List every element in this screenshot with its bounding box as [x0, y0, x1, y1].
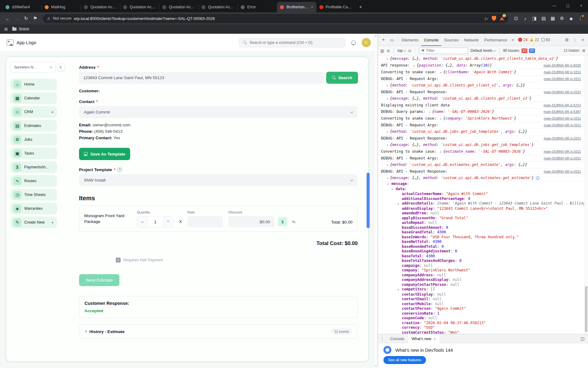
eye-icon[interactable]: ⊙ [408, 48, 411, 53]
object-preview[interactable]: {message: {…}, method: 'custom_ui.api.db… [390, 142, 534, 147]
sidebar-item[interactable]: ▤ Estimates [10, 120, 57, 132]
drawer-tab[interactable]: Console [386, 334, 408, 343]
source-link[interactable]: main-DUBNX-6R.js:3311 [541, 136, 581, 141]
expand-arrow-icon[interactable]: ▸ [387, 129, 388, 134]
console-errors-badge[interactable]: ×24 [518, 38, 527, 42]
object-preview[interactable]: {company: 'Sprinklers Northwest'} [443, 116, 516, 121]
browser-tab[interactable]: Quotation Accepted [120, 2, 159, 12]
browser-menu-icon[interactable]: ⋮ [576, 14, 585, 23]
expand-arrow-icon[interactable]: ▸ [440, 70, 442, 75]
source-link[interactable]: main-DUBNX-6R.js:3311 [541, 149, 581, 154]
info-icon[interactable]: i [536, 176, 540, 180]
quantity-increase-button[interactable] [163, 217, 173, 227]
close-window-button[interactable]: × [575, 0, 588, 11]
address-bar[interactable]: ⚠ Not secure erp.local:8000/clients?look… [43, 14, 508, 23]
sidebar-item[interactable]: ⌂ Home [10, 79, 57, 90]
context-selector[interactable]: top [398, 48, 405, 53]
devtools-tab[interactable]: Network [462, 34, 482, 46]
object-preview[interactable]: {message: {…}, method: 'custom_ui.api.db… [390, 96, 531, 101]
devtools-close-icon[interactable]: × [579, 36, 587, 44]
devtools-tab[interactable]: Elements [399, 34, 421, 46]
quantity-stepper[interactable] [137, 216, 174, 227]
scroll-up-icon[interactable]: ▲ [375, 34, 377, 37]
apps-grid-icon[interactable]: ⊞ [4, 27, 8, 32]
source-link[interactable]: main-DUBNX-6R.js:3311 [541, 156, 581, 161]
object-preview[interactable]: {method: 'custom_ui.api.db.clients.get_c… [390, 83, 525, 88]
devtools-settings-icon[interactable]: ⚙ [563, 36, 571, 44]
filter-input[interactable] [426, 48, 466, 53]
bookmark-flag-icon[interactable]: ⚑ [31, 14, 40, 23]
console-settings-icon[interactable]: ⚙ [582, 48, 586, 53]
contact-select[interactable]: Again Commit [79, 106, 358, 118]
source-link[interactable]: main-DUBNX-6R.js:3311 [541, 169, 581, 174]
browser-tab[interactable]: Brotherton ERPN × [277, 2, 316, 12]
security-warning-icon[interactable]: ⚠ [47, 16, 51, 21]
save-as-template-button[interactable]: Save As Template [79, 148, 130, 160]
expand-arrow-icon[interactable]: ▸ [387, 83, 388, 88]
browser-tab[interactable]: Error [238, 2, 277, 12]
add-icon[interactable]: + [51, 110, 54, 114]
expand-arrow-icon[interactable]: ▸ [387, 56, 388, 61]
expand-arrow-icon[interactable]: ▾ [387, 176, 388, 181]
quantity-decrease-button[interactable] [137, 217, 148, 227]
devtools-tab[interactable]: Sources [441, 34, 462, 46]
new-tab-button[interactable]: + [356, 2, 366, 12]
add-icon[interactable]: + [51, 220, 54, 225]
browser-tab[interactable]: Quotation Accepted [159, 2, 198, 12]
minimize-button[interactable]: — [548, 0, 561, 11]
command-search[interactable] [239, 38, 345, 48]
sidebar-item[interactable]: ▣ Tasks [10, 148, 57, 159]
inspect-element-icon[interactable]: ⌖ [379, 36, 388, 44]
devtools-menu-icon[interactable]: ⋮ [571, 36, 579, 44]
discount-input[interactable] [228, 216, 274, 227]
browser-tab[interactable]: MailHog [42, 2, 81, 12]
drawer-tab[interactable]: What's new × [408, 334, 439, 343]
profile-icon[interactable]: ☻ [567, 14, 576, 23]
object-preview[interactable]: {estimate_name: '-SAL-QT-00083-2026'} [443, 149, 525, 154]
expand-arrow-icon[interactable]: ▸ [387, 96, 388, 101]
object-preview[interactable]: {message: {…}, method: 'custom_ui.api.db… [390, 175, 534, 180]
bookmark-folder[interactable]: Shiloh [12, 27, 29, 31]
settings-icon[interactable]: ⚙ [557, 14, 567, 23]
drawer-panel-icon[interactable]: ◫ [579, 335, 586, 343]
tab-close-icon[interactable]: × [311, 5, 313, 9]
sidebar-item[interactable]: ◈ Warranties [10, 203, 57, 214]
console-filter[interactable] [419, 48, 468, 54]
source-link[interactable]: main-DUBNX-6R.js:3311 [541, 90, 581, 94]
media-controls-icon[interactable]: ♪ [521, 14, 530, 23]
console-scrollbar-thumb[interactable] [585, 286, 587, 332]
object-preview[interactable]: {clientName: 'Again With Commit'} [443, 70, 516, 75]
wallet-icon[interactable]: ▦ [548, 14, 557, 23]
expand-arrow-icon[interactable]: ▸ [387, 163, 388, 167]
console-info-badge[interactable]: 63 [541, 38, 550, 42]
clear-console-icon[interactable]: ⊘ [386, 48, 390, 53]
search-button[interactable]: Search [326, 72, 358, 84]
source-link[interactable]: main-DUBNX-6R.js:3311 [541, 123, 581, 128]
shield-icon[interactable] [492, 16, 496, 21]
source-link[interactable]: main-DUBNX-6R.js:5387 [541, 109, 581, 114]
sidebar-item[interactable]: ▦ Calendar [10, 92, 57, 104]
app-logo-text[interactable]: App Logo [17, 40, 36, 45]
issues-counter[interactable]: 90 Issues: 63 27 [503, 48, 535, 53]
expand-arrow-icon[interactable]: ▸ [429, 109, 431, 114]
search-input[interactable] [250, 40, 341, 45]
split-screen-icon[interactable]: ◨ [530, 14, 539, 23]
expand-arrow-icon[interactable]: ▸ [413, 63, 415, 68]
send-estimate-button[interactable]: Send Estimate [79, 274, 119, 286]
send-tab-icon[interactable]: ▷ [485, 16, 488, 21]
console-log-area[interactable]: ▸ {message: {…}, method: 'custom_ui.api.… [378, 56, 588, 334]
sidebar-item[interactable]: ✎ Create New + [10, 217, 57, 228]
drawer-menu-icon[interactable]: ⋮ [378, 336, 386, 341]
company-select[interactable]: Sprinklers N... [10, 62, 56, 72]
see-all-features-button[interactable]: See all new features [383, 356, 426, 364]
expand-arrow-icon[interactable]: ▸ [398, 287, 402, 292]
browser-tab[interactable]: Quotation Accepted [198, 2, 238, 12]
browser-tab[interactable]: d3i9ei0ar4 [2, 2, 42, 12]
history-section[interactable]: History - Estimate 11 events [79, 324, 358, 339]
back-icon[interactable]: ← [3, 14, 12, 23]
drawer-tab-close-icon[interactable]: × [434, 337, 435, 341]
source-link[interactable]: main-DUBNX-6R.js:3311 [541, 116, 581, 121]
sidebar-item[interactable]: ◷ Time Sheets [10, 189, 57, 201]
expand-arrow-icon[interactable]: ▸ [398, 201, 402, 206]
extensions-icon[interactable]: ⊡ [511, 14, 521, 23]
